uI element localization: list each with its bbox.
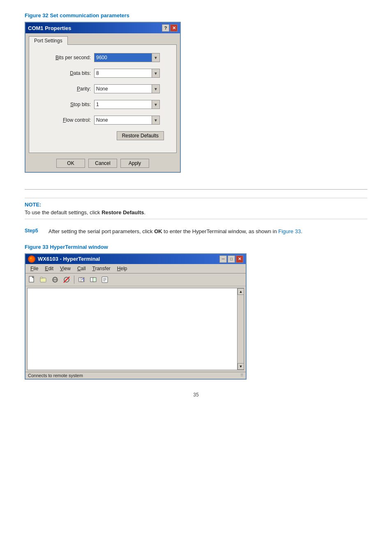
dropdown-arrow-bps[interactable]: ▼ xyxy=(152,53,159,62)
field-row-flowcontrol: Flow control: None ▼ xyxy=(42,116,164,125)
menu-file[interactable]: File xyxy=(27,265,42,272)
ht-app-icon xyxy=(28,255,35,263)
select-value-flowcontrol: None xyxy=(95,116,152,124)
note-text-after: . xyxy=(144,209,145,216)
step5-text: After setting the serial port parameters… xyxy=(48,227,367,236)
toolbar-disconnect-button[interactable] xyxy=(62,275,71,285)
hyperterminal-window: WX6103 - HyperTerminal ─ □ ✕ File Edit V… xyxy=(25,253,247,380)
step5-bold-text: OK xyxy=(154,228,162,234)
menu-call[interactable]: Call xyxy=(74,265,89,272)
menu-edit[interactable]: Edit xyxy=(42,265,57,272)
field-row-databits: Data bits: 8 ▼ xyxy=(42,69,164,78)
toolbar-properties-button[interactable] xyxy=(100,275,110,285)
select-parity[interactable]: None ▼ xyxy=(94,84,160,93)
select-flow-control[interactable]: None ▼ xyxy=(94,116,160,125)
note-label: NOTE: xyxy=(25,202,367,208)
label-parity: Parity: xyxy=(42,86,91,92)
figure32-caption: Figure 32 Set communication parameters xyxy=(25,12,367,19)
ok-button[interactable]: OK xyxy=(56,159,85,168)
toolbar-new-button[interactable] xyxy=(27,275,37,285)
note-text: To use the default settings, click Resto… xyxy=(25,209,367,216)
toolbar-open-button[interactable] xyxy=(39,275,48,285)
menu-view[interactable]: View xyxy=(57,265,74,272)
label-data-bits: Data bits: xyxy=(42,70,91,76)
tab-port-settings[interactable]: Port Settings xyxy=(29,36,68,45)
label-bits-per-second: Bits per second: xyxy=(42,55,91,60)
svg-point-1 xyxy=(30,257,32,259)
svg-rect-14 xyxy=(81,278,84,282)
toolbar-receive-button[interactable] xyxy=(88,275,98,285)
field-row-parity: Parity: None ▼ xyxy=(42,84,164,93)
step5-text-before: After setting the serial port parameters… xyxy=(48,228,154,234)
dialog-close-button[interactable]: ✕ xyxy=(170,24,178,32)
label-stop-bits: Stop bits: xyxy=(42,102,91,107)
dropdown-arrow-databits[interactable]: ▼ xyxy=(152,69,159,77)
ht-minimize-button[interactable]: ─ xyxy=(219,255,227,263)
dialog-title: COM1 Properties xyxy=(28,25,71,31)
step5-row: Step5 After setting the serial port para… xyxy=(25,227,367,236)
step5-label: Step5 xyxy=(25,228,45,234)
dialog-titlebar: COM1 Properties ? ✕ xyxy=(25,23,180,33)
field-row-bps: Bits per second: 9600 ▼ xyxy=(42,53,164,62)
menu-transfer[interactable]: Transfer xyxy=(89,265,114,272)
status-grip-icon: ⠿ xyxy=(240,373,243,378)
menu-bar: File Edit View Call Transfer Help xyxy=(25,264,246,273)
ht-titlebar: WX6103 - HyperTerminal ─ □ ✕ xyxy=(25,254,246,264)
svg-point-0 xyxy=(29,257,34,262)
select-data-bits[interactable]: 8 ▼ xyxy=(94,69,160,78)
restore-defaults-row: Restore Defaults xyxy=(42,131,164,140)
ht-restore-button[interactable]: □ xyxy=(228,255,235,263)
svg-rect-7 xyxy=(40,277,43,278)
figure33-caption: Figure 33 HyperTerminal window xyxy=(25,244,367,250)
dropdown-arrow-stopbits[interactable]: ▼ xyxy=(152,100,159,109)
toolbar-send-button[interactable] xyxy=(77,275,87,285)
cancel-button[interactable]: Cancel xyxy=(88,159,117,168)
titlebar-buttons: ? ✕ xyxy=(162,24,178,32)
select-stop-bits[interactable]: 1 ▼ xyxy=(94,100,160,109)
dropdown-arrow-flowcontrol[interactable]: ▼ xyxy=(152,116,159,124)
divider-1 xyxy=(25,189,367,190)
dropdown-arrow-parity[interactable]: ▼ xyxy=(152,85,159,93)
restore-defaults-button[interactable]: Restore Defaults xyxy=(117,131,164,140)
select-bits-per-second[interactable]: 9600 ▼ xyxy=(94,53,160,62)
page-number: 35 xyxy=(25,392,367,398)
svg-rect-18 xyxy=(93,278,96,282)
select-value-databits: 8 xyxy=(95,70,152,77)
toolbar-connect-button[interactable] xyxy=(50,275,60,285)
help-button[interactable]: ? xyxy=(162,24,169,32)
status-bar: Connects to remote system ⠿ xyxy=(25,372,246,379)
toolbar-separator-1 xyxy=(74,276,74,284)
status-text: Connects to remote system xyxy=(28,373,83,378)
scrollbar-up-button[interactable]: ▲ xyxy=(238,288,244,295)
ht-titlebar-left: WX6103 - HyperTerminal xyxy=(28,255,100,263)
select-value-stopbits: 1 xyxy=(95,101,152,108)
terminal-area[interactable]: ▲ ▼ xyxy=(27,288,244,370)
ht-title: WX6103 - HyperTerminal xyxy=(38,256,100,262)
vertical-scrollbar[interactable]: ▲ ▼ xyxy=(237,288,244,370)
menu-help[interactable]: Help xyxy=(114,265,131,272)
toolbar xyxy=(25,273,246,286)
figure33-link[interactable]: Figure 33 xyxy=(278,228,301,234)
tab-bar: Port Settings xyxy=(25,33,180,44)
select-value-parity: None xyxy=(95,85,152,93)
field-row-stopbits: Stop bits: 1 ▼ xyxy=(42,100,164,109)
step5-text-after: to enter the HyperTerminal window, as sh… xyxy=(162,228,279,234)
ht-close-button[interactable]: ✕ xyxy=(236,255,243,263)
scrollbar-down-button[interactable]: ▼ xyxy=(238,363,244,370)
note-box: NOTE: To use the default settings, click… xyxy=(25,198,367,219)
dialog-content: Bits per second: 9600 ▼ Data bits: 8 ▼ P… xyxy=(29,44,177,153)
note-bold-text: Restore Defaults xyxy=(101,209,144,216)
label-flow-control: Flow control: xyxy=(42,117,91,123)
com1-properties-dialog: COM1 Properties ? ✕ Port Settings Bits p… xyxy=(25,22,181,173)
note-text-before: To use the default settings, click xyxy=(25,209,101,216)
step5-text-end: . xyxy=(301,228,302,234)
select-value-bps: 9600 xyxy=(95,54,152,61)
svg-line-11 xyxy=(64,277,69,283)
ht-titlebar-buttons: ─ □ ✕ xyxy=(219,255,243,263)
dialog-footer: OK Cancel Apply xyxy=(25,156,180,172)
apply-button[interactable]: Apply xyxy=(120,159,149,168)
scrollbar-track xyxy=(238,295,244,363)
